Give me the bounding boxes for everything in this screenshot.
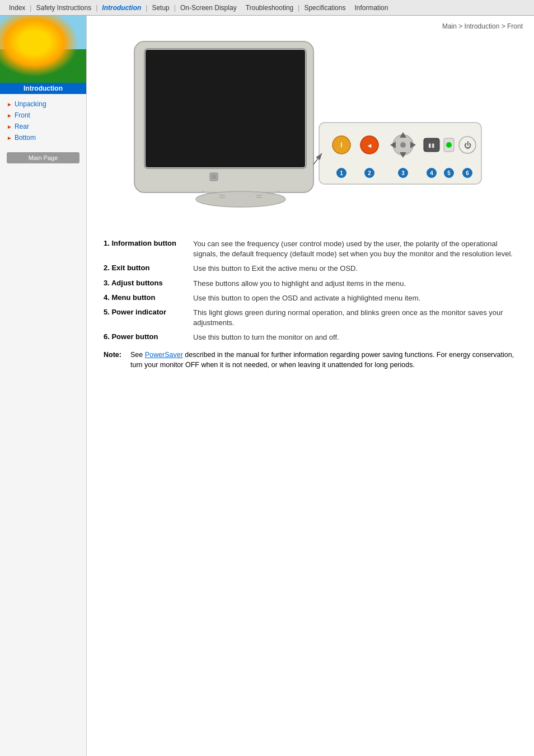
desc-row-3: 3. Adjust buttons These buttons allow yo… <box>104 279 523 289</box>
desc-label-1: 1. Information button <box>104 239 193 247</box>
svg-point-4 <box>196 191 285 207</box>
svg-text:i: i <box>340 141 342 149</box>
nav-item-troubleshooting[interactable]: Troubleshooting <box>241 3 298 13</box>
nav-bar: Index | Safety Instructions | Introducti… <box>0 0 534 16</box>
svg-rect-1 <box>146 50 305 167</box>
sidebar: Introduction ► Unpacking ► Front ► Rear … <box>0 16 87 756</box>
arrow-icon-rear: ► <box>7 124 12 130</box>
desc-text-3: These buttons allow you to highlight and… <box>193 279 523 289</box>
svg-text:1: 1 <box>340 170 343 176</box>
note-section: Note: See PowerSaver described in the ma… <box>104 350 523 371</box>
powersaver-link[interactable]: PowerSaver <box>145 351 183 359</box>
thumbnail-image <box>0 16 86 83</box>
desc-row-2: 2. Exit button Use this button to Exit t… <box>104 264 523 274</box>
sidebar-thumbnail[interactable] <box>0 16 86 83</box>
desc-row-5: 5. Power indicator This light glows gree… <box>104 308 523 328</box>
desc-text-2: Use this button to Exit the active menu … <box>193 264 523 274</box>
arrow-icon-front: ► <box>7 112 12 119</box>
arrow-icon-bottom: ► <box>7 135 12 141</box>
sidebar-item-label-front: Front <box>15 111 30 119</box>
monitor-section: i ◄ <box>98 36 523 228</box>
note-text: See PowerSaver described in the manual f… <box>130 350 523 371</box>
svg-text:2: 2 <box>368 170 371 176</box>
sidebar-label: Introduction <box>0 83 86 94</box>
sidebar-item-rear[interactable]: ► Rear <box>0 121 86 132</box>
svg-text:6: 6 <box>466 170 469 176</box>
nav-item-index[interactable]: Index <box>4 3 30 13</box>
svg-rect-40 <box>212 175 216 179</box>
nav-item-osd[interactable]: On-Screen Display <box>176 3 241 13</box>
desc-label-2: 2. Exit button <box>104 264 193 272</box>
descriptions-section: 1. Information button You can see the fr… <box>98 239 523 370</box>
svg-point-23 <box>446 142 452 148</box>
sidebar-item-unpacking[interactable]: ► Unpacking <box>0 98 86 110</box>
desc-text-5: This light glows green during normal ope… <box>193 308 523 328</box>
nav-item-setup[interactable]: Setup <box>147 3 174 13</box>
monitor-wrapper: i ◄ <box>129 36 493 228</box>
svg-text:3: 3 <box>401 170 405 176</box>
desc-row-1: 1. Information button You can see the fr… <box>104 239 523 259</box>
sidebar-item-front[interactable]: ► Front <box>0 110 86 121</box>
content-area: Main > Introduction > Front <box>87 16 534 756</box>
sidebar-item-bottom[interactable]: ► Bottom <box>0 132 86 143</box>
desc-text-1: You can see the frequency (user control … <box>193 239 523 259</box>
svg-text:⏻: ⏻ <box>463 141 471 149</box>
desc-row-6: 6. Power button Use this button to turn … <box>104 332 523 342</box>
svg-text:5: 5 <box>447 170 451 176</box>
svg-point-19 <box>400 142 406 148</box>
svg-text:◄: ◄ <box>366 142 372 149</box>
desc-label-6: 6. Power button <box>104 332 193 341</box>
main-layout: Introduction ► Unpacking ► Front ► Rear … <box>0 16 534 756</box>
desc-label-4: 4. Menu button <box>104 293 193 302</box>
nav-item-safety[interactable]: Safety Instructions <box>31 3 96 13</box>
breadcrumb: Main > Introduction > Front <box>98 22 523 30</box>
arrow-icon-unpacking: ► <box>7 101 12 107</box>
desc-text-6: Use this button to turn the monitor on a… <box>193 332 523 342</box>
monitor-svg: i ◄ <box>129 36 493 226</box>
svg-text:4: 4 <box>430 170 433 176</box>
desc-label-5: 5. Power indicator <box>104 308 193 316</box>
desc-text-4: Use this button to open the OSD and acti… <box>193 293 523 303</box>
sidebar-item-label-bottom: Bottom <box>15 134 36 142</box>
svg-text:▮▮: ▮▮ <box>428 142 435 148</box>
desc-label-3: 3. Adjust buttons <box>104 279 193 287</box>
nav-item-information[interactable]: Information <box>350 3 392 13</box>
sidebar-item-label-rear: Rear <box>15 123 29 130</box>
desc-row-4: 4. Menu button Use this button to open t… <box>104 293 523 303</box>
sidebar-item-label-unpacking: Unpacking <box>15 100 46 108</box>
note-label: Note: <box>104 350 130 371</box>
nav-item-specifications[interactable]: Specifications <box>299 3 350 13</box>
sidebar-nav: ► Unpacking ► Front ► Rear ► Bottom <box>0 94 86 148</box>
main-page-button[interactable]: Main Page <box>7 152 79 163</box>
nav-item-introduction[interactable]: Introduction <box>97 3 146 13</box>
